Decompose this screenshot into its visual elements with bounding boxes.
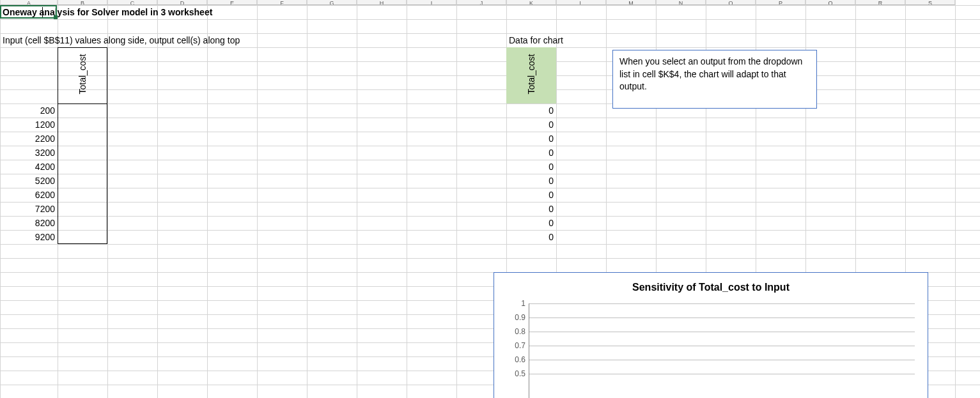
chart-ytick: 0.8 bbox=[515, 327, 525, 336]
input-value[interactable]: 200 bbox=[0, 103, 58, 118]
chart-ytick: 0.5 bbox=[515, 369, 525, 378]
column-header[interactable]: B bbox=[58, 0, 107, 5]
info-textbox[interactable]: When you select an output from the dropd… bbox=[612, 50, 817, 109]
chart-ytick: 1 bbox=[521, 299, 525, 308]
column-header[interactable]: P bbox=[756, 0, 805, 5]
chart-output-header-label: Total_cost bbox=[526, 49, 536, 100]
column-header[interactable]: N bbox=[656, 0, 706, 5]
chart-ytick: 0.7 bbox=[515, 341, 525, 350]
chart-ytick: 0.6 bbox=[515, 355, 525, 364]
chart-data-value[interactable]: 0 bbox=[506, 118, 556, 132]
chart-data-value[interactable]: 0 bbox=[506, 103, 556, 118]
input-value[interactable]: 8200 bbox=[0, 216, 58, 230]
output-column-border bbox=[58, 47, 107, 244]
input-value[interactable]: 9200 bbox=[0, 230, 58, 244]
chart-ytick: 0.9 bbox=[515, 313, 525, 322]
input-value[interactable]: 1200 bbox=[0, 118, 58, 132]
column-header[interactable]: S bbox=[905, 0, 955, 5]
column-header[interactable]: E bbox=[207, 0, 257, 5]
input-value[interactable]: 2200 bbox=[0, 132, 58, 146]
input-value[interactable]: 3200 bbox=[0, 146, 58, 160]
chart-data-value[interactable]: 0 bbox=[506, 216, 556, 230]
chart-data-value[interactable]: 0 bbox=[506, 146, 556, 160]
chart-data-value[interactable]: 0 bbox=[506, 132, 556, 146]
column-header[interactable]: O bbox=[706, 0, 756, 5]
chart-data-value[interactable]: 0 bbox=[506, 202, 556, 216]
column-header[interactable]: C bbox=[107, 0, 157, 5]
column-header[interactable]: H bbox=[357, 0, 407, 5]
subtitle[interactable]: Input (cell $B$11) values along side, ou… bbox=[0, 33, 242, 47]
text-caret bbox=[42, 7, 43, 17]
input-value[interactable]: 6200 bbox=[0, 188, 58, 202]
column-header[interactable]: I bbox=[407, 0, 456, 5]
column-header[interactable]: F bbox=[257, 0, 307, 5]
sensitivity-chart[interactable]: Sensitivity of Total_cost to Input10.90.… bbox=[494, 272, 928, 398]
column-header[interactable]: L bbox=[556, 0, 606, 5]
input-value[interactable]: 7200 bbox=[0, 202, 58, 216]
chart-data-value[interactable]: 0 bbox=[506, 230, 556, 244]
chart-plot-area: 10.90.80.70.60.5 bbox=[529, 303, 915, 398]
input-value[interactable]: 4200 bbox=[0, 160, 58, 174]
data-for-chart-label[interactable]: Data for chart bbox=[506, 33, 566, 47]
column-header[interactable]: Q bbox=[805, 0, 855, 5]
chart-title: Sensitivity of Total_cost to Input bbox=[494, 282, 928, 293]
column-header[interactable]: R bbox=[855, 0, 905, 5]
spreadsheet-grid[interactable]: ABCDEFGHIJKLMNOPQRSOneway analysis for S… bbox=[0, 0, 980, 398]
column-header[interactable]: D bbox=[157, 0, 207, 5]
column-header[interactable]: K bbox=[506, 0, 556, 5]
page-title[interactable]: Oneway analysis for Solver model in 3 wo… bbox=[0, 5, 215, 19]
input-value[interactable]: 5200 bbox=[0, 174, 58, 188]
chart-data-value[interactable]: 0 bbox=[506, 160, 556, 174]
column-header[interactable]: G bbox=[307, 0, 357, 5]
column-header[interactable]: A bbox=[0, 0, 58, 5]
chart-data-value[interactable]: 0 bbox=[506, 188, 556, 202]
chart-data-value[interactable]: 0 bbox=[506, 174, 556, 188]
column-header[interactable]: J bbox=[456, 0, 506, 5]
column-header[interactable]: M bbox=[606, 0, 656, 5]
